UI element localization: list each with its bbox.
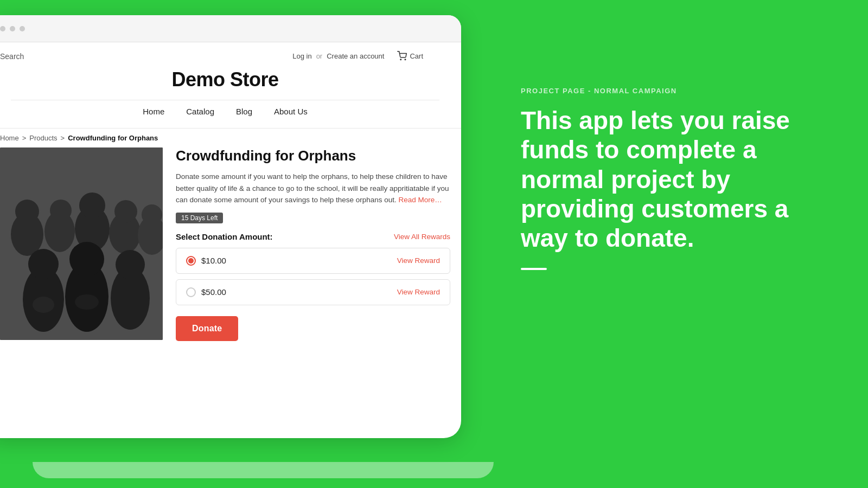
create-account-link[interactable]: Create an account (327, 52, 384, 60)
project-headline: This app lets you raise funds to complet… (521, 106, 792, 253)
project-label: PROJECT PAGE - NORMAL CAMPAIGN (521, 87, 835, 95)
nav-blog[interactable]: Blog (236, 107, 252, 123)
product-description: Donate some amount if you want to help t… (176, 171, 450, 206)
view-reward-10[interactable]: View Reward (397, 256, 440, 265)
store-content: Search Log in or Create an account Cart … (0, 42, 461, 438)
breadcrumb-home[interactable]: Home (0, 134, 19, 142)
view-reward-50[interactable]: View Reward (397, 288, 440, 296)
browser-dot-1 (0, 26, 5, 31)
cart-area[interactable]: Cart (397, 51, 423, 61)
right-panel: PROJECT PAGE - NORMAL CAMPAIGN This app … (456, 0, 868, 488)
donation-label: Select Donation Amount: (176, 232, 273, 241)
cart-icon (397, 51, 407, 61)
browser-bottom-hint (33, 462, 494, 478)
donation-amount-10: $10.00 (201, 256, 226, 265)
store-logo: Demo Store (11, 68, 439, 91)
view-all-rewards-link[interactable]: View All Rewards (394, 233, 450, 241)
breadcrumb-products[interactable]: Products (29, 134, 57, 142)
store-top-bar: Search Log in or Create an account Cart (11, 51, 439, 61)
accent-line (521, 268, 547, 270)
store-header: Search Log in or Create an account Cart … (0, 42, 461, 129)
breadcrumb-current: Crowdfunding for Orphans (68, 134, 158, 142)
breadcrumb: Home > Products > Crowdfunding for Orpha… (0, 129, 461, 147)
donation-section-header: Select Donation Amount: View All Rewards (176, 232, 450, 241)
days-left-badge: 15 Days Left (176, 213, 223, 223)
breadcrumb-separator-2: > (61, 134, 65, 142)
browser-chrome (0, 15, 461, 42)
read-more-link[interactable]: Read More… (399, 196, 442, 204)
donation-option-10[interactable]: $10.00 View Reward (176, 248, 450, 274)
browser-dot-2 (10, 26, 15, 31)
browser-mockup: Search Log in or Create an account Cart … (0, 15, 461, 438)
orphan-photo (0, 147, 163, 340)
svg-point-1 (405, 59, 406, 60)
store-nav: Home Catalog Blog About Us (11, 100, 439, 123)
donation-option-50-label: $50.00 (186, 287, 226, 297)
nav-catalog[interactable]: Catalog (186, 107, 214, 123)
search-text[interactable]: Search (0, 52, 24, 61)
breadcrumb-separator-1: > (22, 134, 27, 142)
cart-label: Cart (410, 52, 423, 60)
children-svg (0, 147, 163, 340)
donate-button[interactable]: Donate (176, 316, 238, 341)
radio-50 (186, 287, 196, 297)
donation-amount-50: $50.00 (201, 287, 226, 297)
nav-about[interactable]: About Us (274, 107, 308, 123)
or-separator: or (316, 52, 323, 60)
product-details: Crowdfunding for Orphans Donate some amo… (176, 147, 450, 341)
svg-point-0 (400, 59, 401, 60)
product-image (0, 147, 163, 340)
product-title: Crowdfunding for Orphans (176, 147, 450, 164)
browser-dot-3 (20, 26, 25, 31)
donation-option-50[interactable]: $50.00 View Reward (176, 279, 450, 305)
radio-10-checked (186, 256, 196, 266)
donation-option-10-label: $10.00 (186, 256, 226, 266)
svg-rect-21 (0, 147, 163, 340)
login-link[interactable]: Log in (292, 52, 311, 60)
main-content: Crowdfunding for Orphans Donate some amo… (0, 147, 461, 352)
nav-home[interactable]: Home (143, 107, 164, 123)
